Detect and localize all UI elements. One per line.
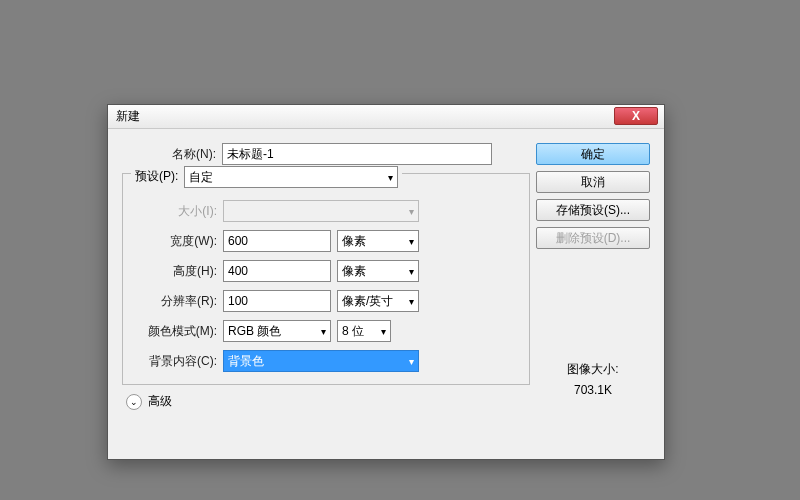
save-preset-label: 存储预设(S)... xyxy=(556,202,630,219)
height-label: 高度(H): xyxy=(123,263,223,280)
button-column: 确定 取消 存储预设(S)... 删除预设(D)... xyxy=(536,143,650,249)
chevron-down-icon: ⌄ xyxy=(126,394,142,410)
chevron-down-icon: ▾ xyxy=(409,236,414,247)
size-label: 大小(I): xyxy=(123,203,223,220)
color-mode-dropdown[interactable]: RGB 颜色 ▾ xyxy=(223,320,331,342)
titlebar[interactable]: 新建 X xyxy=(108,105,664,129)
preset-dropdown[interactable]: 自定 ▾ xyxy=(184,166,398,188)
new-document-dialog: 新建 X 名称(N): 预设(P): 自定 ▾ xyxy=(107,104,665,460)
resolution-input[interactable] xyxy=(223,290,331,312)
width-label: 宽度(W): xyxy=(123,233,223,250)
color-mode-label: 颜色模式(M): xyxy=(123,323,223,340)
image-size-value: 703.1K xyxy=(536,380,650,402)
size-dropdown: ▾ xyxy=(223,200,419,222)
height-input[interactable] xyxy=(223,260,331,282)
height-unit-dropdown[interactable]: 像素 ▾ xyxy=(337,260,419,282)
delete-preset-button: 删除预设(D)... xyxy=(536,227,650,249)
advanced-toggle[interactable]: ⌄ 高级 xyxy=(126,393,530,410)
close-icon: X xyxy=(632,109,640,123)
color-mode-value: RGB 颜色 xyxy=(228,323,281,340)
bit-depth-value: 8 位 xyxy=(342,323,364,340)
resolution-label: 分辨率(R): xyxy=(123,293,223,310)
close-button[interactable]: X xyxy=(614,107,658,125)
dialog-body: 名称(N): 预设(P): 自定 ▾ 大小(I): xyxy=(108,129,664,422)
name-input[interactable] xyxy=(222,143,492,165)
name-label: 名称(N): xyxy=(122,146,222,163)
advanced-label: 高级 xyxy=(148,393,172,410)
bg-content-label: 背景内容(C): xyxy=(123,353,223,370)
cancel-button-label: 取消 xyxy=(581,174,605,191)
width-unit-dropdown[interactable]: 像素 ▾ xyxy=(337,230,419,252)
chevron-down-icon: ▾ xyxy=(409,206,414,217)
resolution-unit-dropdown[interactable]: 像素/英寸 ▾ xyxy=(337,290,419,312)
delete-preset-label: 删除预设(D)... xyxy=(556,230,631,247)
chevron-down-icon: ▾ xyxy=(409,266,414,277)
chevron-down-icon: ▾ xyxy=(388,172,393,183)
bg-content-dropdown[interactable]: 背景色 ▾ xyxy=(223,350,419,372)
ok-button[interactable]: 确定 xyxy=(536,143,650,165)
chevron-down-icon: ▾ xyxy=(409,356,414,367)
chevron-down-icon: ▾ xyxy=(381,326,386,337)
chevron-down-icon: ▾ xyxy=(321,326,326,337)
width-unit-value: 像素 xyxy=(342,233,366,250)
bit-depth-dropdown[interactable]: 8 位 ▾ xyxy=(337,320,391,342)
bg-content-value: 背景色 xyxy=(228,353,264,370)
preset-label: 预设(P): xyxy=(135,169,178,183)
image-size-box: 图像大小: 703.1K xyxy=(536,359,650,402)
height-unit-value: 像素 xyxy=(342,263,366,280)
preset-fieldset: 预设(P): 自定 ▾ 大小(I): ▾ xyxy=(122,173,530,385)
dialog-title: 新建 xyxy=(116,108,140,125)
resolution-unit-value: 像素/英寸 xyxy=(342,293,393,310)
chevron-down-icon: ▾ xyxy=(409,296,414,307)
width-input[interactable] xyxy=(223,230,331,252)
save-preset-button[interactable]: 存储预设(S)... xyxy=(536,199,650,221)
image-size-label: 图像大小: xyxy=(536,359,650,381)
cancel-button[interactable]: 取消 xyxy=(536,171,650,193)
preset-value: 自定 xyxy=(189,169,213,186)
ok-button-label: 确定 xyxy=(581,146,605,163)
